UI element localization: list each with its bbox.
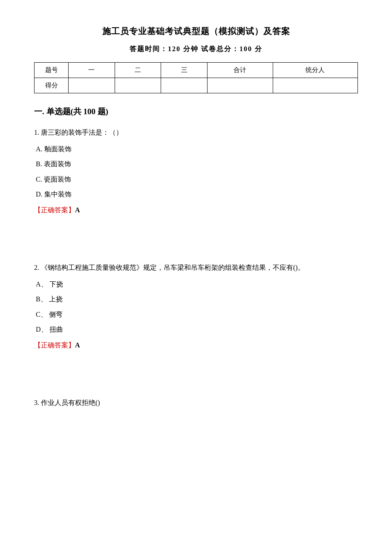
question-1-number: 1. <box>34 129 39 136</box>
answer-1-prefix: 【正确答案】 <box>34 206 75 214</box>
header-cell-scorer: 统分人 <box>273 63 357 78</box>
question-3: 3. 作业人员有权拒绝() <box>34 397 358 408</box>
q2-option-d-text: 扭曲 <box>49 326 63 333</box>
question-1-option-b: B. 表面装饰 <box>36 158 358 170</box>
header-cell-2: 二 <box>115 63 161 78</box>
answer-2-prefix: 【正确答案】 <box>34 341 75 349</box>
q2-option-a-label: A、 <box>36 280 48 288</box>
header-cell-1: 一 <box>69 63 115 78</box>
question-1-option-d: D. 集中装饰 <box>36 188 358 200</box>
option-d-label: D. <box>36 191 43 198</box>
table-header-row: 题号 一 二 三 合计 统分人 <box>35 63 358 78</box>
score-cell-3 <box>161 78 208 93</box>
question-3-text: 3. 作业人员有权拒绝() <box>34 397 358 408</box>
option-c-label: C. <box>36 176 42 183</box>
question-2-option-c: C、 侧弯 <box>36 309 358 320</box>
option-c-text: 瓷面装饰 <box>44 176 71 183</box>
score-cell-total <box>207 78 273 93</box>
q2-option-b-text: 上挠 <box>49 295 63 303</box>
question-2-answer: 【正确答案】A <box>34 341 358 350</box>
question-1-content: 唐三彩的装饰手法是：（） <box>41 129 123 136</box>
question-1-answer: 【正确答案】A <box>34 206 358 215</box>
score-cell-1 <box>69 78 115 93</box>
question-2-content: 《钢结构工程施工质量验收规范》规定，吊车梁和吊车桁架的组装检查结果，不应有()。 <box>41 264 305 271</box>
answer-1-value: A <box>75 206 80 214</box>
score-cell-2 <box>115 78 161 93</box>
option-b-label: B. <box>36 160 42 168</box>
question-1: 1. 唐三彩的装饰手法是：（） A. 釉面装饰 B. 表面装饰 C. 瓷面装饰 … <box>34 127 358 215</box>
q2-option-c-label: C、 <box>36 311 47 318</box>
option-a-text: 釉面装饰 <box>44 145 72 153</box>
question-2: 2. 《钢结构工程施工质量验收规范》规定，吊车梁和吊车桁架的组装检查结果，不应有… <box>34 262 358 350</box>
question-3-content: 作业人员有权拒绝() <box>41 399 100 406</box>
score-label: 得分 <box>35 78 69 93</box>
section1-title: 一. 单选题(共 100 题) <box>34 106 358 117</box>
table-score-row: 得分 <box>35 78 358 93</box>
question-2-option-a: A、 下挠 <box>36 278 358 290</box>
option-b-text: 表面装饰 <box>44 160 71 168</box>
header-cell-total: 合计 <box>207 63 273 78</box>
option-d-text: 集中装饰 <box>44 191 72 198</box>
q2-option-a-text: 下挠 <box>49 280 63 288</box>
question-1-text: 1. 唐三彩的装饰手法是：（） <box>34 127 358 138</box>
question-2-number: 2. <box>34 264 41 271</box>
header-cell-3: 三 <box>161 63 208 78</box>
exam-info: 答题时间：120 分钟 试卷总分：100 分 <box>34 45 358 54</box>
question-2-option-d: D、 扭曲 <box>36 324 358 335</box>
question-3-number: 3. <box>34 399 41 406</box>
q2-option-c-text: 侧弯 <box>49 311 63 318</box>
option-a-label: A. <box>36 145 43 153</box>
question-2-text: 2. 《钢结构工程施工质量验收规范》规定，吊车梁和吊车桁架的组装检查结果，不应有… <box>34 262 358 273</box>
score-table: 题号 一 二 三 合计 统分人 得分 <box>34 62 358 93</box>
question-1-option-a: A. 釉面装饰 <box>36 143 358 155</box>
question-1-option-c: C. 瓷面装饰 <box>36 173 358 185</box>
page-title: 施工员专业基础考试典型题（模拟测试）及答案 <box>34 26 358 37</box>
q2-option-b-label: B、 <box>36 295 47 303</box>
answer-2-value: A <box>75 341 80 349</box>
q2-option-d-label: D、 <box>36 326 48 333</box>
header-cell-tihao: 题号 <box>35 63 69 78</box>
score-cell-scorer <box>273 78 357 93</box>
question-2-option-b: B、 上挠 <box>36 293 358 305</box>
